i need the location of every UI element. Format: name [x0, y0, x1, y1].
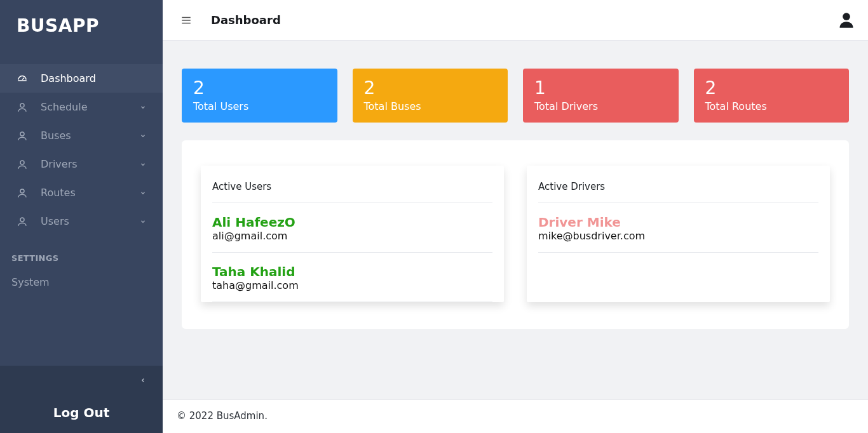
stat-label: Total Drivers: [534, 100, 667, 112]
sidebar-item-dashboard[interactable]: Dashboard: [0, 64, 163, 93]
svg-point-2: [20, 161, 24, 164]
sidebar-item-buses[interactable]: Buses: [0, 121, 163, 150]
profile-button[interactable]: [837, 11, 855, 29]
sidebar-item-system[interactable]: System: [0, 268, 163, 296]
list-title: Active Drivers: [538, 180, 818, 203]
brand: BUSAPP: [0, 0, 163, 53]
user-name: Taha Khalid: [212, 264, 492, 279]
svg-point-8: [843, 13, 850, 20]
stats-row: 2 Total Users 2 Total Buses 1 Total Driv…: [182, 69, 849, 123]
dashboard-icon: [17, 73, 28, 84]
stat-value: 2: [364, 77, 497, 99]
content: 2 Total Users 2 Total Buses 1 Total Driv…: [163, 41, 868, 399]
chevron-down-icon: [140, 104, 146, 110]
sidebar-collapse-button[interactable]: [0, 366, 163, 394]
sidebar-item-drivers[interactable]: Drivers: [0, 150, 163, 178]
sidebar: BUSAPP Dashboard Schedule: [0, 0, 163, 433]
list-item[interactable]: Taha Khalid taha@gmail.com: [212, 253, 492, 302]
user-email: ali@gmail.com: [212, 230, 492, 242]
svg-point-3: [20, 189, 24, 193]
sidebar-item-label: Buses: [41, 130, 71, 142]
sidebar-item-schedule[interactable]: Schedule: [0, 93, 163, 121]
stat-card-drivers[interactable]: 1 Total Drivers: [523, 69, 679, 123]
sidebar-nav: Dashboard Schedule Buses: [0, 53, 163, 366]
lists-panel: Active Users Ali HafeezO ali@gmail.com T…: [182, 140, 849, 329]
page-title: Dashboard: [211, 13, 281, 27]
stat-label: Total Routes: [705, 100, 838, 112]
logout-button[interactable]: Log Out: [0, 394, 163, 433]
active-users-card: Active Users Ali HafeezO ali@gmail.com T…: [201, 166, 504, 302]
user-icon: [17, 216, 28, 227]
footer: © 2022 BusAdmin.: [163, 399, 868, 433]
sidebar-item-routes[interactable]: Routes: [0, 178, 163, 207]
active-drivers-card: Active Drivers Driver Mike mike@busdrive…: [527, 166, 830, 302]
list-item[interactable]: Ali HafeezO ali@gmail.com: [212, 203, 492, 253]
sidebar-item-users[interactable]: Users: [0, 207, 163, 236]
stat-card-routes[interactable]: 2 Total Routes: [694, 69, 850, 123]
chevron-left-icon: [140, 374, 146, 386]
stat-value: 2: [193, 77, 326, 99]
user-icon: [17, 187, 28, 199]
sidebar-item-label: Schedule: [41, 101, 88, 113]
sidebar-item-label: Dashboard: [41, 72, 96, 84]
stat-label: Total Buses: [364, 100, 497, 112]
stat-value: 1: [534, 77, 667, 99]
driver-email: mike@busdriver.com: [538, 230, 818, 242]
list-title: Active Users: [212, 180, 492, 203]
user-icon: [17, 102, 28, 113]
stat-card-buses[interactable]: 2 Total Buses: [353, 69, 508, 123]
list-item[interactable]: Driver Mike mike@busdriver.com: [538, 203, 818, 253]
chevron-down-icon: [140, 133, 146, 139]
sidebar-item-label: Drivers: [41, 158, 78, 170]
svg-point-0: [20, 103, 24, 107]
stat-label: Total Users: [193, 100, 326, 112]
user-email: taha@gmail.com: [212, 279, 492, 291]
stat-value: 2: [705, 77, 838, 99]
user-name: Ali HafeezO: [212, 215, 492, 230]
sidebar-item-label: System: [11, 276, 50, 288]
main: Dashboard 2 Total Users 2 Total Buses 1 …: [163, 0, 868, 433]
chevron-down-icon: [140, 190, 146, 196]
user-icon: [17, 159, 28, 170]
driver-name: Driver Mike: [538, 215, 818, 230]
chevron-down-icon: [140, 218, 146, 225]
sidebar-section-settings: SETTINGS: [0, 236, 163, 268]
svg-point-4: [20, 218, 24, 222]
chevron-down-icon: [140, 161, 146, 168]
sidebar-item-label: Users: [41, 215, 69, 227]
user-icon: [17, 130, 28, 142]
menu-toggle-button[interactable]: [180, 15, 192, 26]
topbar: Dashboard: [163, 0, 868, 41]
svg-point-1: [20, 132, 24, 136]
stat-card-users[interactable]: 2 Total Users: [182, 69, 337, 123]
sidebar-item-label: Routes: [41, 187, 76, 199]
